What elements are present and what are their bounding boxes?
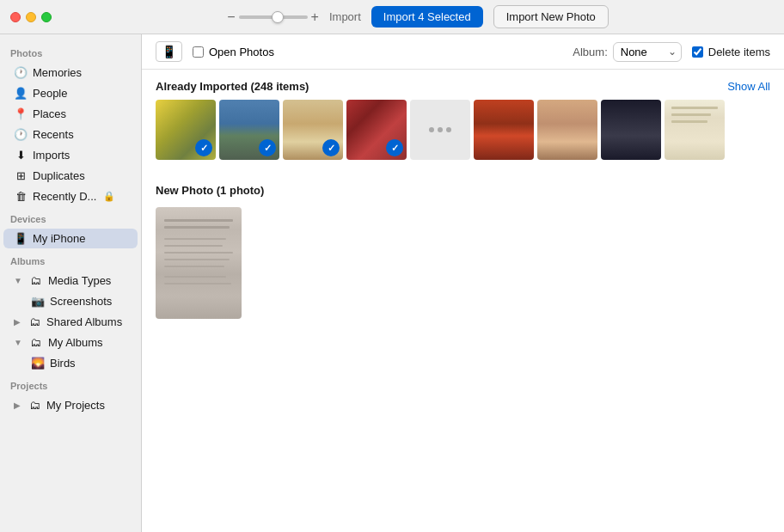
sidebar-item-birds[interactable]: 🌄 Birds: [3, 353, 138, 373]
sidebar-label-people: People: [33, 87, 67, 100]
sidebar-item-my-projects[interactable]: ▶ 🗂 My Projects: [3, 395, 138, 415]
recents-icon: 🕐: [14, 128, 28, 141]
photo-thumb-notes[interactable]: [665, 100, 725, 160]
photo-thumb-landscape[interactable]: ✓: [219, 100, 279, 160]
sidebar-label-my-albums: My Albums: [48, 336, 103, 349]
sidebar-label-imports: Imports: [33, 149, 70, 162]
album-label: Album:: [573, 46, 607, 58]
sidebar-label-memories: Memories: [33, 66, 82, 79]
sidebar-item-my-iphone[interactable]: 📱 My iPhone: [3, 229, 138, 248]
lock-icon: 🔒: [103, 191, 115, 202]
photo-thumb-food[interactable]: [474, 100, 534, 160]
new-photo-image: [156, 207, 242, 319]
sidebar-label-shared-albums: Shared Albums: [46, 315, 122, 328]
check-overlay-bird: ✓: [195, 139, 212, 156]
new-photo-thumb[interactable]: [156, 207, 242, 319]
expand-icon-my-albums: ▼: [14, 338, 22, 347]
new-photo-line-2: [164, 226, 230, 229]
import-selected-button[interactable]: Import 4 Selected: [371, 6, 483, 28]
title-bar-center: − + Import Import 4 Selected Import New …: [62, 5, 774, 28]
new-photo-header: New Photo (1 photo): [142, 174, 784, 204]
note-line-2: [671, 113, 711, 116]
sidebar-item-recents[interactable]: 🕐 Recents: [3, 125, 138, 144]
import-new-button[interactable]: Import New Photo: [493, 5, 609, 28]
expand-icon-my-projects: ▶: [14, 401, 21, 410]
minimize-button[interactable]: [26, 12, 36, 22]
photo-thumb-puppy[interactable]: ✓: [283, 100, 343, 160]
sidebar-item-people[interactable]: 👤 People: [3, 83, 138, 103]
photo-thumb-portrait[interactable]: [537, 100, 597, 160]
sidebar-item-duplicates[interactable]: ⊞ Duplicates: [3, 166, 138, 186]
zoom-minus-button[interactable]: −: [227, 10, 235, 24]
new-photo-line-5: [164, 252, 233, 254]
sidebar-label-my-projects: My Projects: [46, 399, 105, 412]
zoom-control: − +: [227, 10, 319, 24]
check-overlay-puppy: ✓: [322, 139, 340, 156]
sidebar-item-shared-albums[interactable]: ▶ 🗂 Shared Albums: [3, 312, 138, 332]
people-icon: 👤: [14, 87, 28, 100]
photo-placeholder: [410, 100, 470, 160]
sidebar-label-duplicates: Duplicates: [33, 169, 85, 182]
traffic-lights: [10, 12, 52, 22]
delete-items-checkbox[interactable]: [692, 46, 703, 58]
iphone-icon: 📱: [14, 232, 28, 245]
delete-items-label: Delete items: [708, 46, 770, 58]
show-all-button[interactable]: Show All: [727, 80, 770, 93]
dot-2: [438, 127, 443, 132]
new-photo-line-8: [164, 276, 226, 278]
sidebar-label-recently-deleted: Recently D...: [33, 190, 96, 203]
zoom-thumb[interactable]: [272, 11, 284, 23]
photo-thumb-screenshot[interactable]: [601, 100, 661, 160]
sidebar-item-screenshots[interactable]: 📷 Screenshots: [3, 291, 138, 311]
note-line-3: [671, 120, 707, 123]
sidebar-label-recents: Recents: [33, 128, 74, 141]
check-overlay-landscape: ✓: [259, 139, 276, 156]
sidebar-albums-header: Albums: [0, 249, 141, 270]
new-photo-line-7: [164, 266, 224, 267]
open-photos-checkbox[interactable]: [193, 46, 204, 58]
photo-portrait-image: [537, 100, 597, 160]
memories-icon: 🕐: [14, 66, 28, 79]
check-overlay-floral: ✓: [386, 139, 403, 156]
main-layout: Photos 🕐 Memories 👤 People 📍 Places 🕐 Re…: [0, 34, 784, 532]
photo-notes-image: [665, 100, 725, 160]
album-select[interactable]: None: [613, 42, 682, 62]
photo-screenshot-image: [601, 100, 661, 160]
screenshots-icon: 📷: [31, 295, 45, 308]
shared-albums-icon: 🗂: [28, 315, 41, 328]
sidebar-photos-header: Photos: [0, 41, 141, 62]
album-control: Album: None: [573, 42, 681, 62]
new-photo-line-1: [164, 219, 233, 222]
places-icon: 📍: [14, 107, 28, 120]
sidebar-item-media-types[interactable]: ▼ 🗂 Media Types: [3, 271, 138, 290]
sidebar-item-places[interactable]: 📍 Places: [3, 104, 138, 124]
new-photo-line-6: [164, 259, 230, 260]
photo-thumb-floral[interactable]: ✓: [346, 100, 407, 160]
new-photo-line-4: [164, 245, 223, 247]
trash-icon: 🗑: [14, 190, 28, 203]
content-area: 📱 Open Photos Album: None Delete items A…: [142, 34, 784, 532]
view-toggle-button[interactable]: 📱: [156, 41, 182, 62]
fullscreen-button[interactable]: [41, 12, 52, 22]
expand-icon-media-types: ▼: [14, 276, 22, 285]
sidebar-item-my-albums[interactable]: ▼ 🗂 My Albums: [3, 333, 138, 352]
sidebar-item-recently-deleted[interactable]: 🗑 Recently D... 🔒: [3, 187, 138, 206]
new-photo-title: New Photo (1 photo): [156, 184, 264, 197]
open-photos-label[interactable]: Open Photos: [193, 46, 274, 58]
already-imported-grid: ✓ ✓ ✓ ✓: [142, 100, 784, 174]
sidebar-item-memories[interactable]: 🕐 Memories: [3, 63, 138, 83]
import-label: Import: [329, 10, 361, 23]
sidebar-projects-header: Projects: [0, 374, 141, 394]
new-photo-section: New Photo (1 photo): [142, 174, 784, 333]
sidebar-label-screenshots: Screenshots: [50, 295, 112, 308]
already-imported-title: Already Imported (248 items): [156, 80, 309, 93]
zoom-slider[interactable]: [239, 15, 308, 19]
birds-icon: 🌄: [31, 357, 45, 370]
zoom-plus-button[interactable]: +: [311, 10, 319, 24]
photo-thumb-bird[interactable]: ✓: [156, 100, 216, 160]
expand-icon-shared-albums: ▶: [14, 317, 21, 327]
dot-1: [429, 127, 434, 132]
sidebar-item-imports[interactable]: ⬇ Imports: [3, 145, 138, 165]
close-button[interactable]: [10, 12, 21, 22]
my-projects-icon: 🗂: [28, 399, 41, 412]
